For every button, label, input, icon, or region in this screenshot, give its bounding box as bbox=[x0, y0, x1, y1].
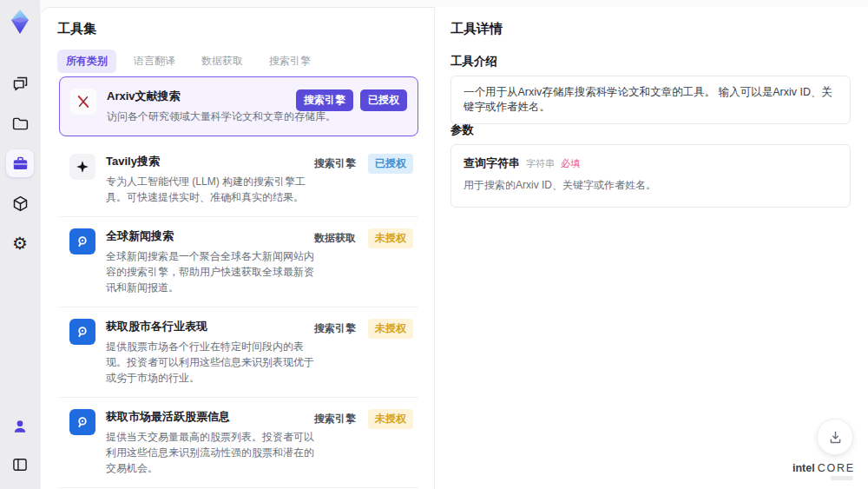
intro-box: 一个用于从Arxiv存储库搜索科学论文和文章的工具。 输入可以是Arxiv ID… bbox=[450, 76, 851, 124]
tab-language-translation[interactable]: 语言翻译 bbox=[125, 50, 184, 73]
left-rail: ⚙ bbox=[0, 0, 40, 489]
logo-sub-bar bbox=[831, 476, 853, 480]
category-badge: 搜索引擎 bbox=[296, 89, 353, 111]
gear-icon: ⚙ bbox=[12, 235, 28, 252]
param-required-flag: 必填 bbox=[561, 157, 580, 170]
tab-search-engine[interactable]: 搜索引擎 bbox=[260, 50, 319, 73]
page-title: 工具集 bbox=[57, 21, 96, 37]
tool-card-arxiv[interactable]: Arxiv文献搜索 访问各个研究领域大量科学论文和文章的存储库。 搜索引擎 已授… bbox=[59, 76, 418, 136]
category-label: 搜索引擎 bbox=[314, 412, 356, 426]
tool-title: Tavily搜索 bbox=[106, 154, 318, 169]
tool-desc: 全球新闻搜索是一个聚合全球各大新闻网站内容的搜索引擎，帮助用户快速获取全球最新资… bbox=[106, 248, 318, 295]
tool-list: Arxiv文献搜索 访问各个研究领域大量科学论文和文章的存储库。 搜索引擎 已授… bbox=[59, 76, 418, 489]
folder-icon bbox=[11, 115, 30, 133]
tool-card-global-news[interactable]: 全球新闻搜索 全球新闻搜索是一个聚合全球各大新闻网站内容的搜索引擎，帮助用户快速… bbox=[59, 217, 418, 307]
intel-logo-text: intel bbox=[792, 462, 815, 474]
auth-badge: 未授权 bbox=[368, 319, 413, 339]
news-search-icon bbox=[69, 228, 95, 254]
sidebar-item-profile[interactable] bbox=[6, 413, 34, 440]
sparkle-icon bbox=[69, 154, 95, 180]
sidebar-item-chat[interactable] bbox=[6, 69, 34, 97]
param-name: 查询字符串 bbox=[464, 155, 520, 171]
chat-icon bbox=[11, 75, 30, 93]
tool-title: Arxiv文献搜索 bbox=[107, 89, 277, 104]
sidebar-item-packages[interactable] bbox=[6, 189, 34, 217]
intro-heading: 工具介绍 bbox=[450, 54, 497, 69]
tool-title: 获取市场最活跃股票信息 bbox=[106, 409, 318, 425]
sidebar-item-toolset[interactable] bbox=[6, 149, 34, 177]
panel-icon bbox=[11, 456, 29, 473]
sidebar-item-files[interactable] bbox=[6, 109, 34, 137]
details-title: 工具详情 bbox=[450, 21, 503, 37]
auth-badge: 已授权 bbox=[360, 89, 407, 111]
auth-badge: 未授权 bbox=[368, 409, 413, 429]
arxiv-icon bbox=[70, 89, 96, 115]
sidebar-item-collapse-panel[interactable] bbox=[6, 451, 34, 479]
download-button[interactable] bbox=[817, 419, 853, 455]
user-icon bbox=[11, 418, 29, 435]
category-label: 数据获取 bbox=[314, 231, 356, 246]
details-panel: 工具详情 工具介绍 一个用于从Arxiv存储库搜索科学论文和文章的工具。 输入可… bbox=[434, 7, 868, 489]
news-search-icon bbox=[69, 319, 95, 345]
auth-badge: 已授权 bbox=[368, 154, 413, 174]
tab-data-fetch[interactable]: 数据获取 bbox=[193, 50, 252, 73]
category-label: 搜索引擎 bbox=[314, 156, 356, 171]
param-desc: 用于搜索的Arxiv ID、关键字或作者姓名。 bbox=[464, 178, 838, 193]
core-logo-text: core bbox=[818, 462, 855, 474]
category-tabs: 所有类别 语言翻译 数据获取 搜索引擎 bbox=[57, 50, 319, 73]
tools-panel: 工具集 所有类别 语言翻译 数据获取 搜索引擎 Arxiv文献搜索 访问各个研究… bbox=[40, 7, 434, 489]
news-search-icon bbox=[69, 409, 95, 435]
tool-desc: 提供当天交易量最高的股票列表。投资者可以利用这些信息来识别流动性强的股票和潜在的… bbox=[106, 429, 318, 476]
intel-core-logo: intelcore bbox=[792, 462, 855, 480]
tool-title: 获取股市各行业表现 bbox=[106, 319, 318, 334]
category-label: 搜索引擎 bbox=[314, 321, 356, 336]
param-box: 查询字符串 字符串 必填 用于搜索的Arxiv ID、关键字或作者姓名。 bbox=[450, 144, 851, 208]
sidebar-item-settings[interactable]: ⚙ bbox=[6, 229, 34, 257]
tool-desc: 提供股票市场各个行业在特定时间段内的表现。投资者可以利用这些信息来识别表现优于或… bbox=[106, 339, 318, 386]
param-type: 字符串 bbox=[526, 157, 555, 170]
params-heading: 参数 bbox=[450, 122, 474, 138]
intro-text: 一个用于从Arxiv存储库搜索科学论文和文章的工具。 输入可以是Arxiv ID… bbox=[464, 86, 832, 113]
briefcase-icon bbox=[11, 155, 30, 173]
app-logo bbox=[5, 7, 35, 36]
tool-card-tavily[interactable]: Tavily搜索 专为人工智能代理 (LLM) 构建的搜索引擎工具。可快速提供实… bbox=[59, 142, 418, 217]
tool-desc: 访问各个研究领域大量科学论文和文章的存储库。 bbox=[107, 109, 277, 124]
tool-card-sector-performance[interactable]: 获取股市各行业表现 提供股票市场各个行业在特定时间段内的表现。投资者可以利用这些… bbox=[59, 307, 418, 398]
auth-badge: 未授权 bbox=[368, 228, 413, 248]
download-icon bbox=[827, 429, 844, 446]
cube-icon bbox=[11, 195, 30, 213]
tool-title: 全球新闻搜索 bbox=[106, 228, 318, 244]
tool-card-most-active-stocks[interactable]: 获取市场最活跃股票信息 提供当天交易量最高的股票列表。投资者可以利用这些信息来识… bbox=[59, 398, 418, 488]
tab-all-categories[interactable]: 所有类别 bbox=[57, 50, 116, 73]
tool-desc: 专为人工智能代理 (LLM) 构建的搜索引擎工具。可快速提供实时、准确和真实的结… bbox=[106, 174, 318, 205]
